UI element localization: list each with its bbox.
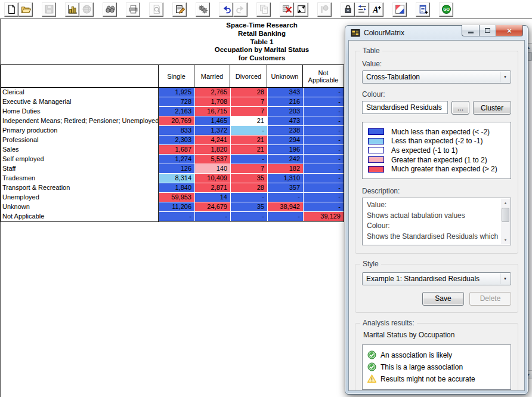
undo-button[interactable] <box>219 2 233 17</box>
table-cell[interactable]: - <box>303 193 344 202</box>
table-cell[interactable]: 7 <box>230 97 267 106</box>
table-cell[interactable]: - <box>303 88 344 97</box>
table-cell[interactable]: 1,274 <box>159 155 194 164</box>
table-cell[interactable]: 10,409 <box>194 174 230 183</box>
table-cell[interactable]: 2,303 <box>159 136 194 144</box>
table-cell[interactable]: - <box>303 126 344 135</box>
column-header-married[interactable]: Married <box>194 65 230 87</box>
maximize-button[interactable] <box>480 25 496 36</box>
table-cell[interactable]: 1,310 <box>267 174 303 183</box>
gears-button[interactable] <box>196 2 210 17</box>
table-cell[interactable]: 1,840 <box>159 183 194 192</box>
go-button[interactable]: GO <box>439 2 453 17</box>
table-cell[interactable]: 35 <box>230 174 267 183</box>
save-button[interactable] <box>42 2 56 17</box>
font-size-button[interactable]: A <box>369 2 383 17</box>
table-cell[interactable]: 38,942 <box>267 202 303 211</box>
table-cell[interactable]: 203 <box>267 107 303 116</box>
style-combobox[interactable]: Example 1: Standardised Residuals ▼ <box>362 272 511 285</box>
table-cell[interactable]: 728 <box>159 97 194 106</box>
new-document-button[interactable] <box>4 2 18 17</box>
column-header-divorced[interactable]: Divorced <box>230 65 267 87</box>
table-cell[interactable]: - <box>303 107 344 116</box>
description-scrollbar[interactable]: ▲ ▼ <box>501 199 510 244</box>
row-label[interactable]: Sales <box>1 145 159 155</box>
table-cell[interactable]: 21 <box>230 136 267 144</box>
row-label[interactable]: Staff <box>1 164 159 174</box>
print-preview-button[interactable] <box>149 2 163 17</box>
cluster-button[interactable]: Cluster <box>473 101 511 115</box>
table-cell[interactable]: 2,871 <box>194 183 230 192</box>
copy-button[interactable] <box>256 2 271 17</box>
delete-table-button[interactable] <box>280 2 294 17</box>
table-cell[interactable]: 7 <box>230 107 267 116</box>
row-label[interactable]: Primary production <box>1 126 159 136</box>
table-cell[interactable]: 21 <box>230 116 267 125</box>
table-cell[interactable]: 8,314 <box>159 174 194 183</box>
table-cell[interactable]: 833 <box>159 126 194 135</box>
table-cell[interactable]: - <box>230 193 267 202</box>
value-combobox[interactable]: Cross-Tabulation ▼ <box>362 70 511 84</box>
table-cell[interactable]: - <box>267 193 303 202</box>
table-cell[interactable]: - <box>303 136 344 144</box>
table-cell[interactable]: - <box>159 212 194 221</box>
desc-scroll-down-button[interactable]: ▼ <box>501 236 510 244</box>
table-cell[interactable]: 242 <box>267 155 303 164</box>
table-cell[interactable]: 1,708 <box>194 97 230 106</box>
lock-button[interactable] <box>341 2 355 17</box>
table-cell[interactable]: 2,765 <box>194 88 230 97</box>
row-label[interactable]: Self employed <box>1 155 159 164</box>
row-label[interactable]: Independent Means; Retired; Pensioner; U… <box>1 116 159 126</box>
table-cell[interactable]: 216 <box>267 97 303 106</box>
table-cell[interactable]: 16,715 <box>194 107 230 116</box>
table-cell[interactable]: 2,163 <box>159 107 194 116</box>
print-button[interactable] <box>126 2 140 17</box>
table-cell[interactable]: - <box>303 183 344 192</box>
table-cell[interactable]: 28 <box>230 183 267 192</box>
table-cell[interactable]: 1,465 <box>194 116 230 125</box>
column-header-not-applicable[interactable]: Not Applicable <box>303 65 344 87</box>
table-cell[interactable]: 4,241 <box>194 136 230 144</box>
row-label[interactable]: Home Duties <box>1 107 159 116</box>
table-cell[interactable]: - <box>303 174 344 183</box>
table-cell[interactable]: - <box>230 126 267 135</box>
colour-matrix-button[interactable] <box>392 2 407 17</box>
row-label[interactable]: Professional <box>1 136 159 145</box>
table-cell[interactable]: - <box>303 164 344 173</box>
row-label[interactable]: Not Applicable <box>1 212 159 221</box>
resize-table-button[interactable] <box>294 2 308 17</box>
table-cell[interactable]: 294 <box>267 136 303 144</box>
table-cell[interactable]: 39,129 <box>303 212 344 221</box>
desc-scrollbar-thumb[interactable] <box>502 208 509 222</box>
column-header-single[interactable]: Single <box>159 65 194 87</box>
table-cell[interactable]: 59,953 <box>159 193 194 202</box>
table-cell[interactable]: 196 <box>267 145 303 154</box>
desc-scroll-up-button[interactable]: ▲ <box>501 199 510 207</box>
table-cell[interactable]: - <box>303 202 344 211</box>
table-cell[interactable]: 1,925 <box>159 88 194 97</box>
table-cell[interactable]: 357 <box>267 183 303 192</box>
table-cell[interactable]: - <box>230 155 267 164</box>
delete-button[interactable]: Delete <box>469 292 511 306</box>
row-label[interactable]: Unknown <box>1 202 159 212</box>
close-button[interactable]: × <box>496 25 523 36</box>
minimize-button[interactable] <box>462 25 480 36</box>
browse-button[interactable]: ... <box>451 101 469 115</box>
table-cell[interactable]: 182 <box>267 164 303 173</box>
table-cell[interactable]: - <box>303 116 344 125</box>
column-width-button[interactable] <box>355 2 369 17</box>
table-cell[interactable]: 1,372 <box>194 126 230 135</box>
table-cell[interactable]: 1,687 <box>159 145 194 154</box>
tag-button[interactable] <box>317 2 332 17</box>
add-document-button[interactable] <box>416 2 430 17</box>
table-cell[interactable]: 11,206 <box>159 202 194 211</box>
table-cell[interactable]: 5,537 <box>194 155 230 164</box>
table-cell[interactable]: 21 <box>230 145 267 154</box>
table-cell[interactable]: 20,769 <box>159 116 194 125</box>
table-cell[interactable]: 126 <box>159 164 194 173</box>
table-cell[interactable]: 14 <box>194 193 230 202</box>
row-label[interactable]: Unemployed <box>1 193 159 202</box>
row-label[interactable]: Tradesmen <box>1 174 159 183</box>
table-cell[interactable]: 1,820 <box>194 145 230 154</box>
table-cell[interactable]: 35 <box>230 202 267 211</box>
